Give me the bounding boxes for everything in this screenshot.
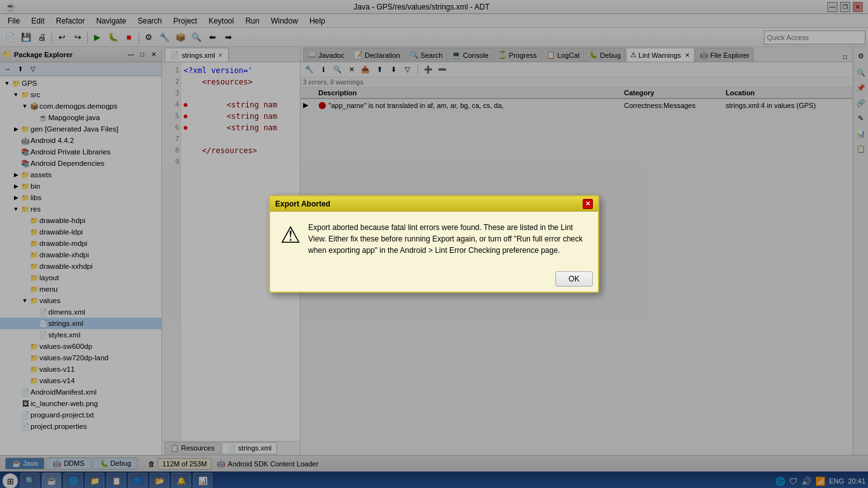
modal-close-button[interactable]: ✕	[583, 199, 593, 209]
modal-warning-icon: ⚠	[280, 222, 301, 256]
modal-title-bar: Export Aborted ✕	[270, 196, 598, 212]
modal-overlay[interactable]: Export Aborted ✕ ⚠ Export aborted becaus…	[0, 0, 868, 488]
modal-body: ⚠ Export aborted because fatal lint erro…	[270, 212, 598, 266]
modal-title: Export Aborted	[275, 200, 330, 208]
modal-ok-button[interactable]: OK	[555, 271, 593, 287]
modal-message: Export aborted because fatal lint errors…	[308, 222, 588, 256]
export-aborted-dialog: Export Aborted ✕ ⚠ Export aborted becaus…	[269, 195, 599, 293]
modal-footer: OK	[270, 266, 598, 292]
